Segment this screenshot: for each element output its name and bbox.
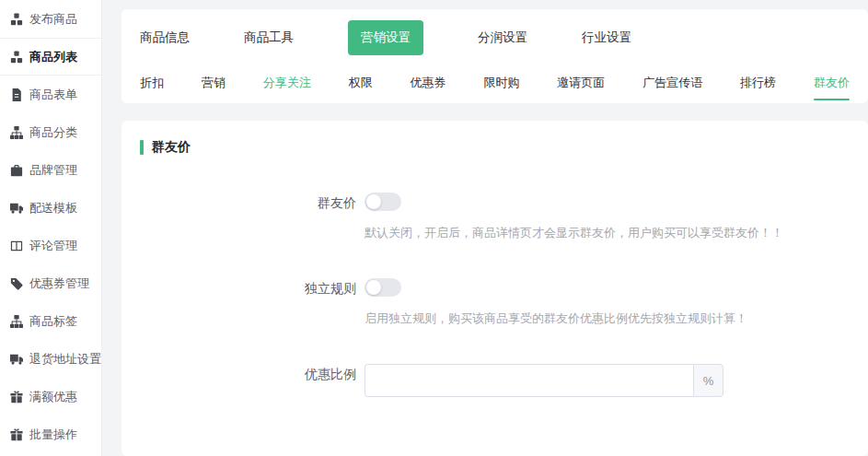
sidebar-item-label: 退货地址设置 xyxy=(29,351,101,368)
subtab-permissions[interactable]: 权限 xyxy=(349,75,373,91)
percent-addon: % xyxy=(693,364,723,397)
sidebar-item-label: 品牌管理 xyxy=(29,162,77,179)
gift-icon xyxy=(10,391,23,403)
subtab-group-price[interactable]: 群友价 xyxy=(814,75,850,91)
subtab-ad-slogan[interactable]: 广告宣传语 xyxy=(642,75,702,91)
main-content: 商品信息 商品工具 营销设置 分润设置 行业设置 折扣 营销 分享关注 权限 优… xyxy=(102,0,868,456)
sidebar-item-label: 商品表单 xyxy=(29,87,77,103)
tab-industry-settings[interactable]: 行业设置 xyxy=(582,29,631,46)
tag-icon xyxy=(10,277,23,290)
toggle-knob xyxy=(366,194,381,209)
sitemap-icon xyxy=(10,315,23,328)
sidebar-item-comment-management[interactable]: 评论管理 xyxy=(0,227,101,264)
discount-ratio-input-group: % xyxy=(365,364,723,397)
subtab-discount[interactable]: 折扣 xyxy=(140,75,164,91)
subtab-ranking[interactable]: 排行榜 xyxy=(740,75,776,91)
subtab-coupons[interactable]: 优惠券 xyxy=(411,75,446,91)
discount-ratio-input[interactable] xyxy=(365,364,693,397)
sidebar-item-batch-operations[interactable]: 批量操作 xyxy=(0,415,101,453)
group-price-form: 群友价 默认关闭，开启后，商品详情页才会显示群友价，用户购买可以享受群友价！！ … xyxy=(140,193,850,397)
subtab-marketing[interactable]: 营销 xyxy=(202,75,226,91)
secondary-tabs: 折扣 营销 分享关注 权限 优惠券 限时购 邀请页面 广告宣传语 排行榜 群友价 xyxy=(140,63,850,103)
sidebar: 发布商品 商品列表 商品表单 商品分类 品牌管理 xyxy=(0,0,102,456)
sidebar-item-brand-management[interactable]: 品牌管理 xyxy=(0,151,101,189)
section-title: 群友价 xyxy=(152,139,191,156)
tab-product-tools[interactable]: 商品工具 xyxy=(244,29,294,46)
tab-product-info[interactable]: 商品信息 xyxy=(140,29,190,46)
subtab-share-follow[interactable]: 分享关注 xyxy=(263,75,311,91)
truck-icon xyxy=(10,353,23,366)
cubes-icon xyxy=(10,51,23,64)
form-row-group-price: 群友价 默认关闭，开启后，商品详情页才会显示群友价，用户购买可以享受群友价！！ xyxy=(140,193,850,241)
tabs-card: 商品信息 商品工具 营销设置 分润设置 行业设置 折扣 营销 分享关注 权限 优… xyxy=(122,9,868,103)
app-root: 发布商品 商品列表 商品表单 商品分类 品牌管理 xyxy=(0,0,868,456)
sidebar-item-label: 评论管理 xyxy=(29,238,77,254)
group-price-label: 群友价 xyxy=(140,193,356,241)
file-icon xyxy=(10,88,23,101)
sidebar-item-label: 批量操作 xyxy=(29,427,77,443)
toggle-knob xyxy=(366,280,381,295)
independent-rule-help: 启用独立规则，购买该商品享受的群友价优惠比例优先按独立规则计算！ xyxy=(365,310,850,327)
subtab-invite-page[interactable]: 邀请页面 xyxy=(557,75,605,91)
truck-icon xyxy=(10,202,23,215)
group-price-help: 默认关闭，开启后，商品详情页才会显示群友价，用户购买可以享受群友价！！ xyxy=(365,225,850,241)
columns-icon xyxy=(10,240,23,252)
independent-rule-toggle[interactable] xyxy=(365,278,401,297)
sidebar-item-full-amount-discount[interactable]: 满额优惠 xyxy=(0,378,101,415)
sidebar-item-product-list[interactable]: 商品列表 xyxy=(0,38,101,76)
tab-marketing-settings[interactable]: 营销设置 xyxy=(348,20,423,55)
briefcase-icon xyxy=(10,164,23,177)
subtab-flash-sale[interactable]: 限时购 xyxy=(483,75,519,91)
sidebar-item-return-address-settings[interactable]: 退货地址设置 xyxy=(0,340,101,378)
tab-profit-sharing-settings[interactable]: 分润设置 xyxy=(478,29,527,46)
sidebar-item-label: 配送模板 xyxy=(29,200,77,216)
sidebar-item-label: 发布商品 xyxy=(29,11,77,28)
sidebar-item-label: 商品列表 xyxy=(29,49,77,65)
form-row-discount-ratio: 优惠比例 % xyxy=(140,364,850,397)
sidebar-item-product-category[interactable]: 商品分类 xyxy=(0,113,101,151)
primary-tabs: 商品信息 商品工具 营销设置 分润设置 行业设置 xyxy=(140,9,850,63)
section-accent-bar xyxy=(140,140,144,155)
discount-ratio-label: 优惠比例 xyxy=(140,364,356,397)
group-price-toggle[interactable] xyxy=(365,193,401,211)
sitemap-icon xyxy=(10,126,23,139)
sidebar-item-coupon-management[interactable]: 优惠券管理 xyxy=(0,264,101,302)
sidebar-item-label: 优惠券管理 xyxy=(29,275,89,292)
sidebar-item-delivery-template[interactable]: 配送模板 xyxy=(0,189,101,227)
cubes-icon xyxy=(10,13,23,26)
sidebar-item-label: 商品分类 xyxy=(29,124,77,141)
sidebar-item-product-form[interactable]: 商品表单 xyxy=(0,76,101,113)
group-price-panel: 群友价 群友价 默认关闭，开启后，商品详情页才会显示群友价，用户购买可以享受群友… xyxy=(122,121,868,456)
sidebar-item-label: 满额优惠 xyxy=(29,389,77,405)
section-header: 群友价 xyxy=(140,139,850,156)
form-row-independent-rule: 独立规则 启用独立规则，购买该商品享受的群友价优惠比例优先按独立规则计算！ xyxy=(140,278,850,327)
sidebar-item-label: 商品标签 xyxy=(29,313,77,330)
sidebar-item-publish-product[interactable]: 发布商品 xyxy=(0,0,101,38)
independent-rule-label: 独立规则 xyxy=(140,278,356,327)
gift-icon xyxy=(10,428,23,441)
sidebar-item-product-tags[interactable]: 商品标签 xyxy=(0,302,101,340)
